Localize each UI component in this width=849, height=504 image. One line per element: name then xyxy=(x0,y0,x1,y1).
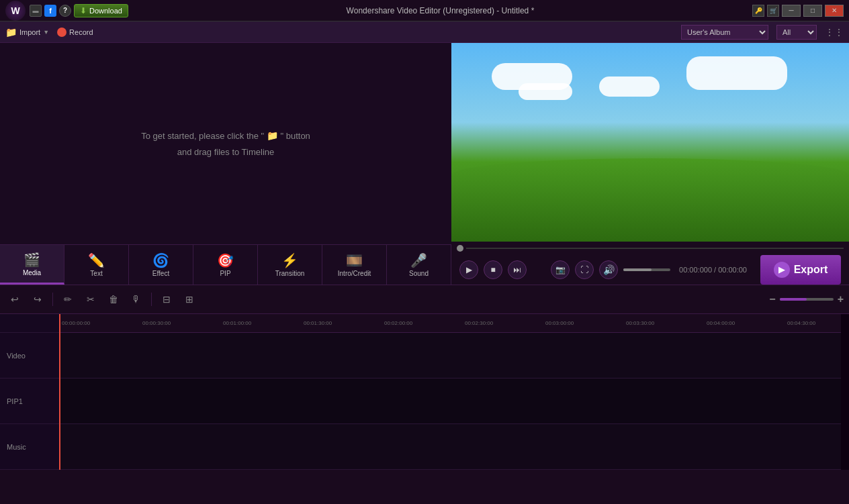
time-display: 00:00:000 / 00:00:00 xyxy=(679,266,747,274)
app-title: Wondershare Video Editor (Unregistered) … xyxy=(128,6,752,15)
pip-label-text: PIP1 xyxy=(7,397,23,405)
next-button[interactable]: ⏭ xyxy=(508,260,527,279)
key-icon[interactable]: 🔑 xyxy=(752,5,764,17)
titlebar-controls: 🔑 🛒 ─ □ ✕ xyxy=(752,5,844,17)
ruler-mark-3: 00:01:30:00 xyxy=(304,320,384,326)
pip-track[interactable] xyxy=(59,379,841,424)
redo-button[interactable]: ↪ xyxy=(28,290,47,309)
timeline-tracks xyxy=(59,333,841,470)
stop-button[interactable]: ■ xyxy=(484,260,502,279)
intro-credit-tab-label: Intro/Credit xyxy=(338,270,371,277)
fullscreen-icon: ⛶ xyxy=(580,265,588,274)
preview-progress-bar[interactable] xyxy=(451,242,849,255)
title-bar: W ▬ f ? ⬇ Download Wondershare Video Edi… xyxy=(0,0,849,21)
ruler-mark-4: 00:02:00:00 xyxy=(384,320,465,326)
tab-pip[interactable]: 🎯 PIP xyxy=(193,245,258,285)
zoom-fill xyxy=(780,298,807,301)
tab-media[interactable]: 🎬 Media xyxy=(0,245,64,285)
music-track[interactable] xyxy=(59,424,841,470)
merge-button[interactable]: ⊞ xyxy=(180,290,199,309)
separator-2 xyxy=(151,293,152,306)
video-track[interactable] xyxy=(59,333,841,379)
screenshot-button[interactable]: 📷 xyxy=(551,260,570,279)
music-track-label: Music xyxy=(0,424,59,470)
music-label-text: Music xyxy=(7,443,26,451)
tab-effect[interactable]: 🌀 Effect xyxy=(129,245,193,285)
preview-image xyxy=(451,43,849,242)
timeline-content: 00:00:00:00 00:00:30:00 00:01:00:00 00:0… xyxy=(59,314,841,470)
tab-transition[interactable]: ⚡ Transition xyxy=(258,245,322,285)
effect-tab-label: Effect xyxy=(152,270,169,277)
camera-icon: 📷 xyxy=(555,265,566,274)
download-button[interactable]: ⬇ Download xyxy=(74,4,128,17)
view-toggle-icon[interactable]: ⋮⋮ xyxy=(825,27,844,38)
tab-bar: 🎬 Media ✏️ Text 🌀 Effect 🎯 PIP ⚡ Transit… xyxy=(0,244,451,285)
tab-intro-credit[interactable]: 🎞️ Intro/Credit xyxy=(322,245,387,285)
edit-icon[interactable]: ✏ xyxy=(58,290,77,309)
folder-inline-icon: 📁 xyxy=(267,130,278,141)
ruler-mark-6: 00:03:00:00 xyxy=(545,320,626,326)
zoom-slider[interactable] xyxy=(780,298,834,301)
media-tab-icon: 🎬 xyxy=(24,252,40,268)
export-button[interactable]: ▶ Export xyxy=(760,255,841,285)
titlebar-left: W ▬ f ? ⬇ Download xyxy=(5,1,128,21)
ruler-mark-1: 00:00:30:00 xyxy=(142,320,223,326)
volume-slider[interactable] xyxy=(623,268,670,271)
cut-button[interactable]: ✂ xyxy=(81,290,100,309)
volume-fill xyxy=(623,268,652,271)
zoom-in-button[interactable]: + xyxy=(838,293,844,305)
import-arrow: ▼ xyxy=(43,29,49,36)
record-button[interactable]: Record xyxy=(57,28,93,37)
tab-text[interactable]: ✏️ Text xyxy=(64,245,129,285)
help-icon[interactable]: ? xyxy=(59,5,71,17)
cart-icon[interactable]: 🛒 xyxy=(767,5,779,17)
facebook-icon[interactable]: f xyxy=(44,5,56,17)
ruler-mark-7: 00:03:30:00 xyxy=(626,320,707,326)
album-select[interactable]: User's Album xyxy=(681,25,768,40)
ruler-label xyxy=(0,314,59,333)
folder-icon: 📁 xyxy=(5,27,17,38)
separator-1 xyxy=(52,293,53,306)
effect-tab-icon: 🌀 xyxy=(152,252,169,268)
play-button[interactable]: ▶ xyxy=(459,260,478,279)
split-button[interactable]: ⊟ xyxy=(157,290,176,309)
ruler-mark-2: 00:01:00:00 xyxy=(223,320,304,326)
volume-button[interactable]: 🔊 xyxy=(599,260,618,279)
import-label: Import xyxy=(19,28,40,36)
ruler-mark-8: 00:04:00:00 xyxy=(707,320,787,326)
get-started-line3: and drag files to Timeline xyxy=(177,147,275,157)
window-minimize[interactable]: ─ xyxy=(782,5,801,17)
import-button[interactable]: 📁 Import ▼ xyxy=(5,27,49,38)
window-maximize[interactable]: □ xyxy=(803,5,822,17)
record-icon xyxy=(57,28,66,37)
tab-sound[interactable]: 🎤 Sound xyxy=(387,245,451,285)
get-started-message: To get started, please click the " 📁 " b… xyxy=(141,128,310,160)
stop-icon: ■ xyxy=(490,265,495,274)
playhead[interactable] xyxy=(59,314,60,470)
get-started-line2: " button xyxy=(280,131,310,141)
minimize-tray-icon[interactable]: ▬ xyxy=(30,5,42,17)
progress-track xyxy=(466,248,844,249)
pip-track-label: PIP1 xyxy=(0,379,59,424)
zoom-out-button[interactable]: − xyxy=(769,293,775,305)
pip-tab-label: PIP xyxy=(220,270,230,277)
ruler-mark-9: 00:04:30:00 xyxy=(787,320,841,326)
timeline-area: Video PIP1 Music 00:00:00:00 00:00:30:00… xyxy=(0,314,849,470)
window-close[interactable]: ✕ xyxy=(825,5,844,17)
fullscreen-button[interactable]: ⛶ xyxy=(575,260,594,279)
download-icon: ⬇ xyxy=(80,6,87,15)
timeline-scrollbar[interactable] xyxy=(841,314,849,470)
sound-tab-label: Sound xyxy=(409,270,429,277)
delete-button[interactable]: 🗑 xyxy=(104,290,123,309)
video-label-text: Video xyxy=(7,352,26,360)
media-tab-label: Media xyxy=(23,269,41,276)
preview-controls: ▶ ■ ⏭ 📷 ⛶ 🔊 00:00:000 / 00:00:00 xyxy=(451,255,849,285)
sound-tab-icon: 🎤 xyxy=(410,252,427,268)
get-started-line1: To get started, please click the " xyxy=(141,131,264,141)
undo-button[interactable]: ↩ xyxy=(5,290,24,309)
filter-select[interactable]: All xyxy=(776,25,817,40)
cloud-4 xyxy=(519,83,572,100)
volume-icon: 🔊 xyxy=(603,264,615,275)
right-panel: ▶ ■ ⏭ 📷 ⛶ 🔊 00:00:000 / 00:00:00 xyxy=(451,43,849,285)
mic-button[interactable]: 🎙 xyxy=(127,290,146,309)
